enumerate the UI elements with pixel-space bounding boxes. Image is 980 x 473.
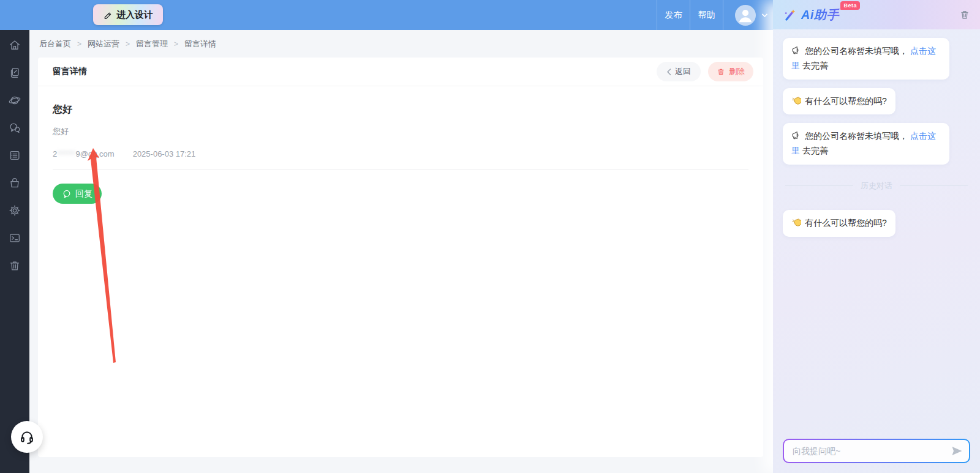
enter-design-label: 进入设计 [116, 9, 153, 21]
headset-icon [19, 429, 35, 445]
breadcrumb-separator: > [174, 40, 178, 48]
clear-history-icon[interactable] [959, 9, 970, 20]
card-header: 留言详情 返回 删除 [38, 58, 763, 86]
message-title: 您好 [53, 103, 748, 116]
ai-message-text: 您的公司名称暂未填写哦， [805, 46, 908, 56]
clapping-hands-icon [791, 95, 801, 105]
sender-email: 2******9@qq.com [53, 149, 115, 158]
chevron-left-icon [666, 69, 671, 75]
breadcrumb-separator: > [126, 40, 130, 48]
beta-badge: Beta [840, 1, 860, 10]
support-headset-button[interactable] [11, 421, 43, 453]
back-button[interactable]: 返回 [657, 62, 701, 81]
ai-panel-title: Ai助手 Beta [801, 7, 842, 23]
chat-bubble-icon [62, 189, 72, 199]
ai-chat-list: 您的公司名称暂未填写哦， 点击这里 去完善 有什么可以帮您的吗? 您的公司名称暂… [773, 29, 980, 237]
send-button[interactable] [951, 446, 963, 456]
message-body: 您好 [53, 126, 748, 137]
history-divider-label: 历史对话 [861, 181, 892, 192]
breadcrumb-operation[interactable]: 网站运营 [88, 39, 119, 50]
back-label: 返回 [675, 66, 691, 77]
home-icon[interactable] [8, 39, 21, 52]
mall-icon[interactable] [8, 176, 21, 190]
recycle-bin-icon[interactable] [8, 259, 21, 272]
breadcrumb-home[interactable]: 后台首页 [39, 39, 71, 50]
website-icon[interactable] [8, 94, 21, 107]
sidebar-nav [0, 30, 29, 473]
user-icon [735, 5, 756, 26]
ai-assistant-panel: Ai助手 Beta 您的公司名称暂未填写哦， 点击这里 去完善 有什么可以帮您的… [773, 0, 980, 473]
ai-message-text: 有什么可以帮您的吗? [805, 96, 887, 106]
email-suffix: 9@qq.com [76, 149, 115, 158]
divider [53, 169, 748, 170]
pencil-icon [103, 10, 112, 20]
settings-icon[interactable] [8, 204, 21, 217]
ai-message-text: 您的公司名称暂未填写哦， [805, 131, 908, 141]
ai-message: 您的公司名称暂未填写哦， 点击这里 去完善 [783, 123, 949, 165]
caret-down-icon[interactable] [762, 13, 767, 17]
pages-icon[interactable] [8, 66, 21, 80]
account-menu[interactable] [723, 0, 779, 30]
breadcrumb-message-detail: 留言详情 [184, 39, 216, 50]
history-divider: 历史对话 [785, 181, 968, 192]
breadcrumb-message-management[interactable]: 留言管理 [136, 39, 168, 50]
megaphone-icon [791, 130, 801, 140]
reply-button[interactable]: 回复 [53, 184, 102, 204]
publish-label: 发布 [665, 10, 682, 21]
ai-message: 您的公司名称暂未填写哦， 点击这里 去完善 [783, 38, 949, 80]
terminal-icon[interactable] [8, 231, 21, 245]
trash-icon [717, 67, 725, 76]
publish-button[interactable]: 发布 [657, 0, 690, 30]
enter-design-button[interactable]: 进入设计 [93, 4, 163, 25]
ai-question-input[interactable] [783, 439, 970, 463]
page-title: 留言详情 [53, 66, 87, 77]
list-icon[interactable] [8, 149, 21, 162]
delete-label: 删除 [729, 66, 745, 77]
delete-button[interactable]: 删除 [708, 62, 753, 81]
clapping-hands-icon [791, 217, 801, 227]
ai-title-text: Ai助手 [801, 8, 839, 21]
help-button[interactable]: 帮助 [690, 0, 723, 30]
email-masked: ****** [57, 149, 75, 158]
help-label: 帮助 [698, 10, 715, 21]
message-meta-row: 2******9@qq.com 2025-06-03 17:21 [53, 149, 748, 158]
ai-input-area [773, 429, 980, 473]
breadcrumb: 后台首页 > 网站运营 > 留言管理 > 留言详情 [39, 30, 216, 58]
breadcrumb-separator: > [77, 40, 81, 48]
magic-wand-icon [783, 8, 796, 21]
ai-panel-header: Ai助手 Beta [773, 0, 980, 29]
reply-label: 回复 [75, 188, 92, 199]
ai-message-text: 去完善 [802, 146, 828, 155]
ai-message-text: 有什么可以帮您的吗? [805, 218, 887, 228]
ai-message-text: 去完善 [802, 61, 828, 70]
message-detail-card: 留言详情 返回 删除 您好 您好 2******9@qq.com 2025-06… [38, 58, 763, 457]
ai-message: 有什么可以帮您的吗? [783, 88, 895, 115]
megaphone-icon [791, 45, 801, 55]
wechat-icon[interactable] [8, 121, 21, 135]
avatar[interactable] [735, 5, 756, 26]
message-timestamp: 2025-06-03 17:21 [133, 149, 196, 158]
send-icon [951, 446, 963, 456]
ai-message: 有什么可以帮您的吗? [783, 210, 895, 237]
